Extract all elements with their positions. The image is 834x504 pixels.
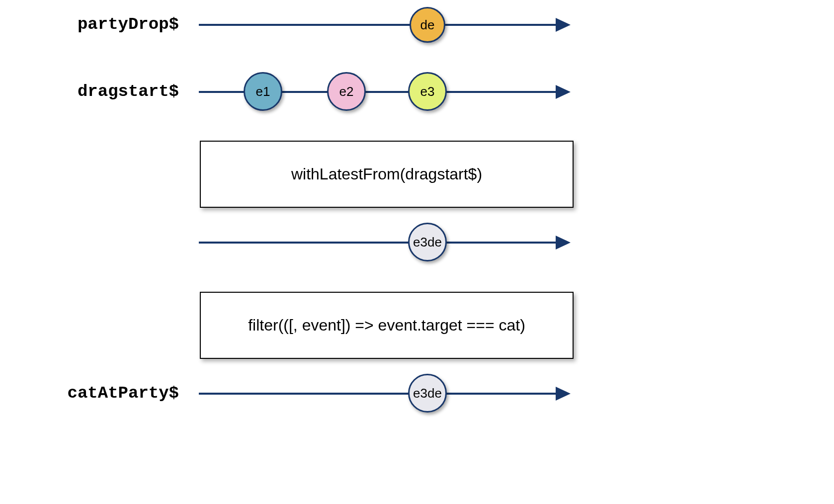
stream-label-partydrop: partyDrop$: [30, 15, 179, 34]
stream-label-catatparty: catAtParty$: [30, 384, 179, 403]
timeline-catatparty: [199, 393, 557, 395]
stream-label-dragstart: dragstart$: [30, 82, 179, 101]
arrow-intermediate: [556, 236, 571, 250]
operator-withlatestfrom: withLatestFrom(dragstart$): [200, 141, 574, 208]
arrow-partydrop: [556, 18, 571, 32]
timeline-partydrop: [199, 24, 557, 26]
marble-e3: e3: [408, 72, 447, 111]
marble-e3de-intermediate: e3de: [408, 223, 447, 261]
marble-e3de-final: e3de: [408, 374, 447, 413]
timeline-intermediate: [199, 242, 557, 244]
marble-e2: e2: [327, 72, 366, 111]
arrow-catatparty: [556, 387, 571, 401]
operator-filter: filter(([, event]) => event.target === c…: [200, 292, 574, 359]
marble-e1: e1: [244, 72, 282, 111]
marble-de: de: [410, 7, 445, 43]
arrow-dragstart: [556, 85, 571, 99]
